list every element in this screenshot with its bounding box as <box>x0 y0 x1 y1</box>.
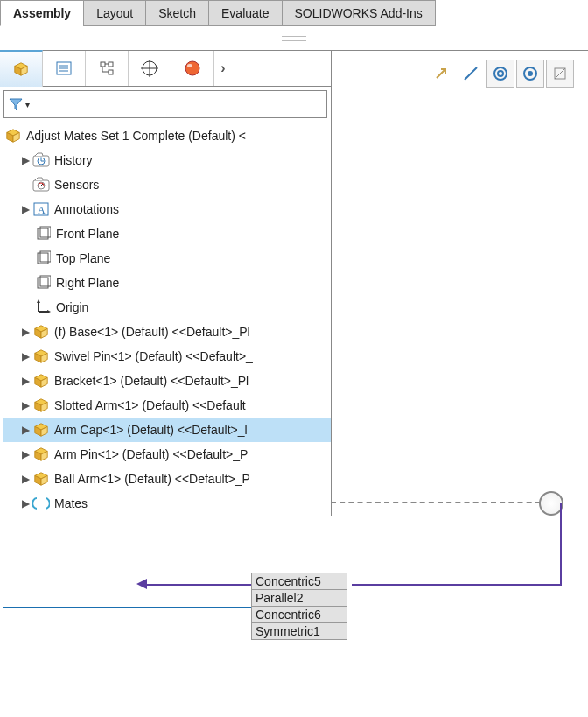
feature-tree-tab[interactable] <box>0 50 43 87</box>
svg-marker-39 <box>37 299 40 303</box>
expander-icon[interactable]: ▶ <box>19 326 32 338</box>
tab-evaluate[interactable]: Evaluate <box>208 0 282 26</box>
expander-icon[interactable]: ▶ <box>19 399 32 411</box>
display-style-toolbar <box>427 60 574 88</box>
part-icon <box>32 373 51 389</box>
tree-node-part-base[interactable]: ▶ (f) Base<1> (Default) <<Default>_Pl <box>4 320 331 344</box>
folder-history-icon <box>32 152 51 168</box>
svg-rect-7 <box>101 62 105 67</box>
mate-item[interactable]: Concentric6 <box>251 606 347 623</box>
svg-rect-8 <box>108 62 113 67</box>
tree-root[interactable]: Adjust Mates Set 1 Complete (Default) < <box>4 123 331 148</box>
tree-node-sensors[interactable]: Sensors <box>4 172 331 197</box>
tab-layout[interactable]: Layout <box>83 0 146 26</box>
annotations-icon: A <box>32 201 51 217</box>
tree-node-top-plane[interactable]: Top Plane <box>4 246 331 271</box>
mate-item[interactable]: Symmetric1 <box>251 622 347 640</box>
more-tabs-button[interactable]: › <box>214 60 232 76</box>
configuration-manager-tab[interactable] <box>86 51 129 86</box>
svg-line-68 <box>555 68 565 79</box>
tab-assembly[interactable]: Assembly <box>0 0 84 26</box>
part-icon <box>32 422 51 438</box>
panel-icon-tabs: › <box>0 51 331 87</box>
part-icon <box>32 397 51 413</box>
tree-node-part-ball-arm[interactable]: ▶ Ball Arm<1> (Default) <<Default>_P <box>4 467 331 491</box>
plane-icon <box>33 226 52 242</box>
panel-drag-handle[interactable] <box>0 27 588 51</box>
expander-icon[interactable]: ▶ <box>19 375 32 387</box>
expander-icon[interactable]: ▶ <box>19 497 32 510</box>
guide-vertical-line <box>560 503 562 584</box>
svg-rect-9 <box>108 70 113 74</box>
plane-icon <box>33 250 52 266</box>
svg-point-66 <box>528 71 533 76</box>
tree-node-right-plane[interactable]: Right Plane <box>4 271 331 295</box>
svg-point-17 <box>187 64 192 67</box>
list-icon <box>55 60 73 77</box>
assembly-icon <box>13 61 29 77</box>
command-tabs: Assembly Layout Sketch Evaluate SOLIDWOR… <box>0 0 588 27</box>
circle-double-filled-icon[interactable] <box>516 60 544 88</box>
guide-arrow-line <box>147 584 252 586</box>
filter-input[interactable]: ▾ <box>4 90 327 118</box>
tree-node-history[interactable]: ▶ History <box>4 148 331 172</box>
tree-node-part-arm-cap[interactable]: ▶ Arm Cap<1> (Default) <<Default>_l <box>4 418 331 442</box>
tree-node-mates[interactable]: ▶ Mates <box>4 491 331 516</box>
svg-point-63 <box>494 67 507 80</box>
mates-tooltip-list: Concentric5 Parallel2 Concentric6 Symmet… <box>251 573 347 639</box>
tree-node-origin[interactable]: Origin <box>4 295 331 320</box>
mate-item[interactable]: Parallel2 <box>251 589 347 607</box>
expander-icon[interactable]: ▶ <box>19 154 32 166</box>
guide-dashed-line <box>331 502 550 503</box>
svg-marker-18 <box>10 99 22 110</box>
tree-icon <box>98 60 116 77</box>
guide-horizontal-line <box>352 584 562 586</box>
arrow-out-icon[interactable] <box>427 60 455 88</box>
funnel-icon <box>8 96 24 112</box>
part-icon <box>32 324 51 340</box>
expander-icon[interactable]: ▶ <box>19 424 32 436</box>
tree-node-part-arm-pin[interactable]: ▶ Arm Pin<1> (Default) <<Default>_P <box>4 442 331 467</box>
feature-manager-panel: › ▾ Adjust Mates Set 1 Complete (Default… <box>0 51 332 516</box>
svg-point-16 <box>186 61 200 75</box>
arrow-left-icon <box>136 579 147 589</box>
part-icon <box>32 348 51 364</box>
line-diagonal-icon[interactable] <box>457 60 485 88</box>
svg-marker-40 <box>47 310 51 313</box>
expander-icon[interactable]: ▶ <box>19 350 32 362</box>
tree-node-part-swivel-pin[interactable]: ▶ Swivel Pin<1> (Default) <<Default>_ <box>4 344 331 369</box>
folder-sensors-icon <box>32 177 51 193</box>
tree-node-part-bracket[interactable]: ▶ Bracket<1> (Default) <<Default>_Pl <box>4 369 331 393</box>
part-icon <box>32 446 51 462</box>
tree-node-front-plane[interactable]: Front Plane <box>4 221 331 246</box>
mate-item[interactable]: Concentric5 <box>251 573 347 590</box>
tab-sketch[interactable]: Sketch <box>145 0 209 26</box>
tab-addins[interactable]: SOLIDWORKS Add-Ins <box>282 0 436 26</box>
tree-root-label: Adjust Mates Set 1 Complete (Default) < <box>26 129 246 143</box>
display-manager-tab[interactable] <box>172 51 214 86</box>
dropdown-caret-icon: ▾ <box>25 100 30 109</box>
mates-icon <box>32 496 51 511</box>
expander-icon[interactable]: ▶ <box>19 473 32 485</box>
tree-node-annotations[interactable]: ▶ A Annotations <box>4 197 331 221</box>
property-manager-tab[interactable] <box>43 51 86 86</box>
dimxpert-tab[interactable] <box>129 51 172 86</box>
assembly-icon <box>4 128 23 144</box>
plane-icon <box>33 275 52 291</box>
sphere-icon <box>184 60 201 77</box>
expander-icon[interactable]: ▶ <box>19 203 32 215</box>
svg-text:A: A <box>38 204 46 216</box>
circle-double-icon[interactable] <box>486 60 514 88</box>
tree-node-part-slotted-arm[interactable]: ▶ Slotted Arm<1> (Default) <<Default <box>4 393 331 418</box>
origin-icon <box>33 299 52 315</box>
expander-icon[interactable]: ▶ <box>19 448 32 460</box>
part-icon <box>32 471 51 487</box>
svg-line-62 <box>465 67 477 80</box>
no-symbol-icon[interactable] <box>546 60 574 88</box>
feature-tree: Adjust Mates Set 1 Complete (Default) < … <box>0 122 331 516</box>
target-icon <box>140 59 159 78</box>
svg-point-64 <box>498 71 503 76</box>
